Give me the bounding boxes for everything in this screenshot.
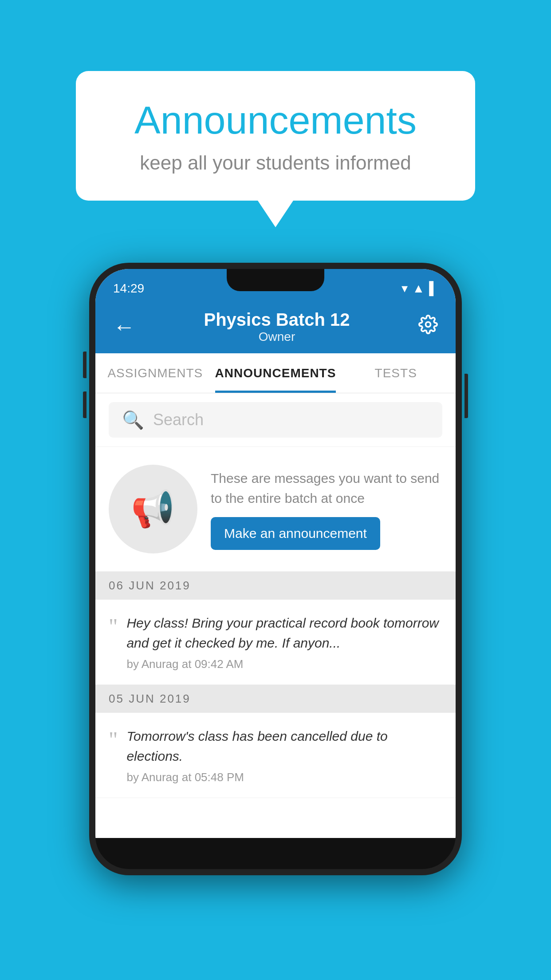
app-bar-title-area: Physics Batch 12 Owner [135, 310, 418, 344]
announcement-prompt: 📢 These are messages you want to send to… [95, 447, 456, 572]
power-button[interactable] [464, 374, 468, 418]
phone-screen: 14:29 ▾ ▲ ▌ ← Physics Batch 12 Owner [95, 269, 456, 838]
announcement-meta-2: by Anurag at 05:48 PM [126, 771, 442, 784]
tabs-bar: ASSIGNMENTS ANNOUNCEMENTS TESTS [95, 353, 456, 393]
announcement-item-1[interactable]: " Hey class! Bring your practical record… [95, 600, 456, 685]
phone-wrapper: 14:29 ▾ ▲ ▌ ← Physics Batch 12 Owner [89, 263, 462, 875]
announcement-item-2[interactable]: " Tomorrow's class has been cancelled du… [95, 713, 456, 798]
speech-bubble-subtitle: keep all your students informed [111, 152, 440, 174]
settings-button[interactable] [418, 315, 438, 339]
search-input-wrapper[interactable]: 🔍 Search [109, 402, 442, 438]
speech-bubble-tail [258, 201, 293, 227]
announcement-text-1: Hey class! Bring your practical record b… [126, 613, 442, 653]
announcement-content-1: Hey class! Bring your practical record b… [126, 613, 442, 671]
back-button[interactable]: ← [113, 314, 135, 340]
announcement-text-2: Tomorrow's class has been cancelled due … [126, 726, 442, 766]
phone-notch [227, 269, 324, 291]
app-bar-title: Physics Batch 12 [135, 310, 418, 330]
date-sep-text-1: 06 JUN 2019 [109, 579, 191, 593]
speech-bubble-container: Announcements keep all your students inf… [76, 71, 475, 227]
speech-bubble: Announcements keep all your students inf… [76, 71, 475, 201]
date-sep-text-2: 05 JUN 2019 [109, 692, 191, 706]
date-separator-2: 05 JUN 2019 [95, 685, 456, 713]
app-bar-subtitle: Owner [135, 330, 418, 344]
speech-bubble-title: Announcements [111, 98, 440, 143]
battery-icon: ▌ [429, 281, 438, 296]
signal-icon: ▲ [412, 281, 425, 296]
phone-frame: 14:29 ▾ ▲ ▌ ← Physics Batch 12 Owner [89, 263, 462, 875]
app-bar: ← Physics Batch 12 Owner [95, 300, 456, 353]
tab-announcements[interactable]: ANNOUNCEMENTS [215, 353, 336, 393]
announcement-meta-1: by Anurag at 09:42 AM [126, 657, 442, 671]
tab-tests[interactable]: TESTS [336, 353, 456, 393]
search-placeholder: Search [153, 411, 204, 429]
volume-down-button[interactable] [83, 391, 87, 418]
status-time: 14:29 [113, 281, 144, 296]
status-icons: ▾ ▲ ▌ [401, 281, 438, 296]
date-separator-1: 06 JUN 2019 [95, 572, 456, 600]
svg-point-0 [426, 322, 431, 327]
quote-icon-1: " [109, 613, 118, 637]
prompt-description: These are messages you want to send to t… [211, 468, 442, 508]
quote-icon-2: " [109, 726, 118, 751]
wifi-icon: ▾ [401, 281, 408, 296]
tab-assignments[interactable]: ASSIGNMENTS [95, 353, 215, 393]
prompt-content: These are messages you want to send to t… [211, 468, 442, 550]
megaphone-icon: 📢 [131, 488, 175, 530]
search-icon: 🔍 [122, 410, 144, 431]
megaphone-circle: 📢 [109, 465, 197, 553]
content-scroll[interactable]: 🔍 Search 📢 These are messages you want t… [95, 393, 456, 838]
announcement-content-2: Tomorrow's class has been cancelled due … [126, 726, 442, 784]
volume-up-button[interactable] [83, 352, 87, 378]
make-announcement-button[interactable]: Make an announcement [211, 517, 380, 550]
search-bar: 🔍 Search [95, 393, 456, 447]
